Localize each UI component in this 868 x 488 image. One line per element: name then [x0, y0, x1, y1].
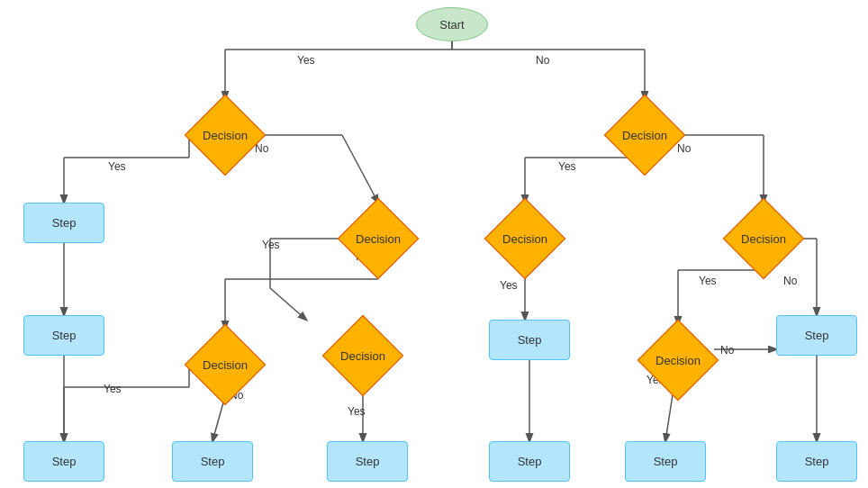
decision-d8: Decision	[642, 324, 714, 396]
label-d5-yes: Yes	[699, 275, 717, 287]
label-d7-yes: Yes	[348, 405, 366, 418]
step-1c: Step	[23, 441, 104, 482]
decision-d5: Decision	[728, 203, 800, 275]
step-1a: Step	[23, 203, 104, 243]
svg-line-18	[270, 288, 306, 320]
label-d3-yes: Yes	[262, 239, 280, 251]
label-d5-no: No	[783, 275, 797, 287]
step-4b: Step	[489, 441, 570, 482]
label-d1-yes: Yes	[108, 160, 126, 173]
label-no-d2: No	[536, 54, 549, 67]
step-7a: Step	[327, 441, 408, 482]
decision-d4: Decision	[489, 203, 561, 275]
step-8a: Step	[625, 441, 706, 482]
label-d6-yes: Yes	[104, 383, 122, 395]
step-4a: Step	[489, 320, 570, 360]
step-1b: Step	[23, 315, 104, 356]
step-6a: Step	[172, 441, 253, 482]
label-d8-no: No	[720, 344, 734, 357]
decision-d2: Decision	[609, 99, 681, 171]
start-node: Start	[416, 7, 488, 41]
label-d4-yes: Yes	[500, 279, 518, 292]
label-yes-d1: Yes	[297, 54, 315, 67]
decision-d1: Decision	[189, 99, 261, 171]
decision-d7: Decision	[327, 320, 399, 392]
decision-d6: Decision	[189, 329, 261, 401]
step-5b: Step	[776, 315, 857, 356]
decision-d3: Decision	[342, 203, 414, 275]
step-5c: Step	[776, 441, 857, 482]
label-d2-yes: Yes	[558, 160, 576, 173]
svg-line-10	[342, 135, 378, 203]
